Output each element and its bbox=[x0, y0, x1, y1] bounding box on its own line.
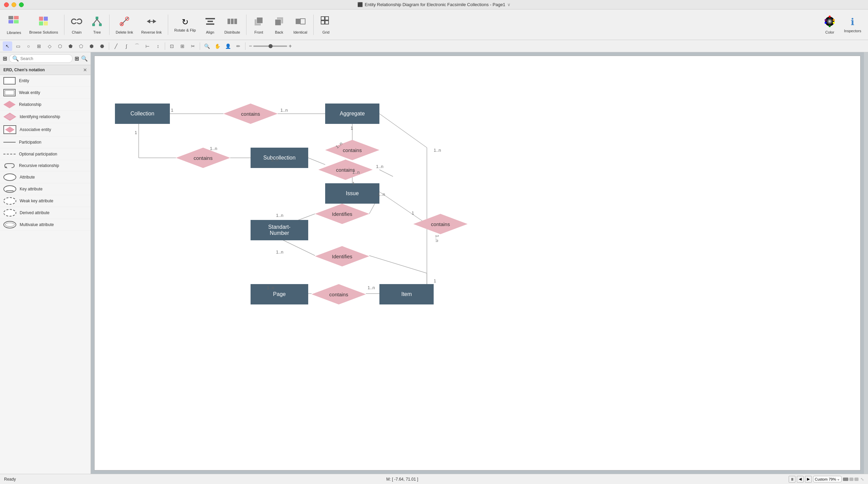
svg-rect-30 bbox=[275, 19, 281, 25]
sidebar-item-associative-entity[interactable]: Associative entity bbox=[0, 123, 91, 136]
entity-collection[interactable]: Collection bbox=[115, 104, 170, 124]
front-button[interactable]: Front bbox=[249, 14, 268, 36]
relationship-contains5[interactable]: contains bbox=[312, 284, 366, 304]
entity-standart-number[interactable]: Standart- Number bbox=[251, 220, 308, 240]
crop-tool[interactable]: ⊞ bbox=[178, 41, 187, 51]
color-button[interactable]: Color bbox=[820, 14, 839, 36]
close-button[interactable] bbox=[4, 2, 9, 7]
relationship-contains4[interactable]: contains bbox=[325, 140, 379, 160]
arrow-tool[interactable]: ↕ bbox=[153, 41, 163, 51]
pause-button[interactable]: ⏸ bbox=[789, 476, 795, 483]
browse-solutions-button[interactable]: Browse Solutions bbox=[26, 14, 61, 36]
relationship-identifies2[interactable]: Identifies bbox=[315, 246, 369, 266]
sidebar-item-optional-participation[interactable]: Optional participation bbox=[0, 148, 91, 160]
sidebar-item-key-attribute[interactable]: Key attribute bbox=[0, 183, 91, 195]
select-tool[interactable]: ↖ bbox=[3, 41, 12, 51]
diagram-canvas[interactable]: Collection Aggregate Subcollection Issue… bbox=[94, 56, 861, 470]
search-box[interactable]: 🔍 bbox=[9, 54, 73, 63]
connector-tool[interactable]: ⊢ bbox=[143, 41, 152, 51]
sidebar-item-identifying-rel[interactable]: Identifying relationship bbox=[0, 111, 91, 123]
distribute-button[interactable]: Distribute bbox=[221, 14, 243, 36]
label-1n-ident2-std: 1..n bbox=[276, 249, 283, 255]
curve-tool[interactable]: ∫ bbox=[122, 41, 131, 51]
sidebar-group-title: ERD, Chen's notation bbox=[3, 68, 45, 72]
bezier-tool[interactable]: ⌒ bbox=[132, 41, 142, 51]
relationship-identifies1[interactable]: Identifies bbox=[315, 204, 369, 224]
next-page-button[interactable]: ▶ bbox=[805, 476, 812, 483]
table-tool[interactable]: ⊞ bbox=[34, 41, 44, 51]
shape-tool-6[interactable]: ⬣ bbox=[97, 41, 107, 51]
zoom-out-button[interactable]: − bbox=[249, 43, 252, 49]
reverse-link-button[interactable]: Reverse link bbox=[138, 14, 165, 36]
chain-button[interactable]: Chain bbox=[67, 14, 86, 36]
entity-item[interactable]: Item bbox=[379, 284, 434, 304]
sidebar-item-derived-attribute[interactable]: Derived attribute bbox=[0, 207, 91, 219]
sidebar-item-recursive-rel[interactable]: Recursive relationship bbox=[0, 160, 91, 171]
sidebar-view-icon[interactable]: ⊞ bbox=[75, 55, 79, 62]
key-attribute-label: Key attribute bbox=[20, 187, 42, 191]
relationship-contains6[interactable]: contains bbox=[413, 214, 468, 234]
zoom-in-tool[interactable]: 🔍 bbox=[202, 41, 212, 51]
svg-line-60 bbox=[369, 256, 427, 273]
delete-link-button[interactable]: Delete link bbox=[112, 14, 136, 36]
label-1-item-right: 1 bbox=[434, 278, 436, 283]
cut-tool[interactable]: ✂ bbox=[188, 41, 198, 51]
sidebar-item-relationship[interactable]: Relationship bbox=[0, 99, 91, 111]
pen-tool[interactable]: ✏ bbox=[234, 41, 243, 51]
search-input[interactable] bbox=[20, 56, 70, 61]
minimize-button[interactable] bbox=[12, 2, 16, 7]
sidebar-item-participation[interactable]: Participation bbox=[0, 136, 91, 148]
shape-tool-5[interactable]: ⬢ bbox=[87, 41, 96, 51]
pan-tool[interactable]: ✋ bbox=[213, 41, 222, 51]
delete-link-icon bbox=[118, 15, 131, 29]
ellipse-tool[interactable]: ○ bbox=[24, 41, 33, 51]
group-tool[interactable]: ⊡ bbox=[167, 41, 177, 51]
maximize-button[interactable] bbox=[19, 2, 24, 7]
prev-page-button[interactable]: ◀ bbox=[797, 476, 804, 483]
main-toolbar: Libraries Browse Solutions Chain bbox=[0, 10, 868, 40]
grid-button[interactable]: Grid bbox=[316, 14, 335, 36]
sidebar-close-button[interactable]: ✕ bbox=[83, 67, 87, 73]
entity-aggregate[interactable]: Aggregate bbox=[325, 104, 379, 124]
sidebar-item-multivalue-attribute[interactable]: Multivalue attribute bbox=[0, 219, 91, 231]
right-scroll-panel bbox=[864, 52, 868, 474]
user-tool[interactable]: 👤 bbox=[223, 41, 233, 51]
tree-button[interactable]: Tree bbox=[87, 14, 106, 36]
rect-tool[interactable]: ▭ bbox=[13, 41, 23, 51]
zoom-thumb bbox=[269, 44, 273, 48]
rotate-flip-button[interactable]: ↻ Rotate & Flip bbox=[171, 16, 199, 34]
sidebar-item-entity[interactable]: Entity bbox=[0, 75, 91, 87]
sidebar-item-weak-entity[interactable]: Weak entity bbox=[0, 87, 91, 99]
entity-issue[interactable]: Issue bbox=[325, 183, 379, 204]
align-button[interactable]: Align bbox=[201, 14, 220, 36]
sidebar-search-icon[interactable]: 🔍 bbox=[81, 55, 88, 62]
distribute-icon bbox=[226, 15, 238, 29]
zoom-in-button[interactable]: + bbox=[289, 43, 292, 49]
shape-tool-2[interactable]: ⬡ bbox=[55, 41, 65, 51]
sidebar-item-weak-key-attribute[interactable]: Weak key attribute bbox=[0, 195, 91, 207]
relationship-contains2[interactable]: contains bbox=[176, 148, 230, 168]
entity-page[interactable]: Page bbox=[251, 284, 308, 304]
line-tool[interactable]: ╱ bbox=[111, 41, 121, 51]
sidebar-grid-icon[interactable]: ⊞ bbox=[3, 55, 7, 62]
identical-button[interactable]: Identical bbox=[290, 14, 311, 36]
zoom-select[interactable]: Custom 79% ⌄ bbox=[813, 476, 842, 482]
page-dot-3[interactable] bbox=[854, 478, 859, 481]
shape-tool-1[interactable]: ◇ bbox=[45, 41, 54, 51]
page-dot-1[interactable] bbox=[843, 478, 848, 481]
shape-tool-4[interactable]: ⬠ bbox=[76, 41, 86, 51]
zoom-slider[interactable] bbox=[253, 45, 287, 47]
inspectors-button[interactable]: ℹ Inspectors bbox=[841, 15, 865, 34]
relationship-contains1[interactable]: contains bbox=[223, 104, 278, 124]
libraries-button[interactable]: Libraries bbox=[3, 13, 24, 36]
relationship-contains3[interactable]: contains bbox=[318, 160, 373, 180]
reverse-link-icon bbox=[145, 15, 158, 29]
weak-entity-shape-icon bbox=[3, 89, 16, 96]
derived-attribute-shape-icon bbox=[3, 209, 16, 217]
identical-label: Identical bbox=[293, 30, 307, 34]
entity-subcollection[interactable]: Subcollection bbox=[251, 148, 308, 168]
shape-tool-3[interactable]: ⬟ bbox=[66, 41, 75, 51]
page-dot-2[interactable] bbox=[849, 478, 853, 481]
sidebar-item-attribute[interactable]: Attribute bbox=[0, 171, 91, 183]
back-button[interactable]: Back bbox=[270, 14, 289, 36]
